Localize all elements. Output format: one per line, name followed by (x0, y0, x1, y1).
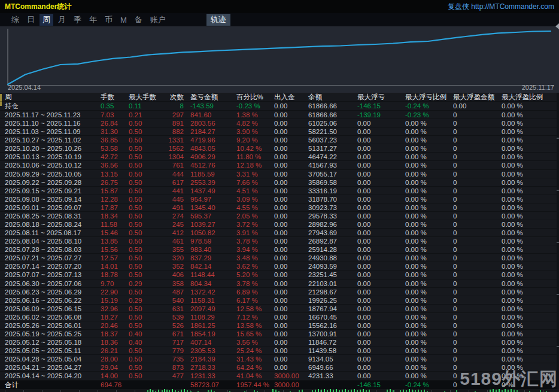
table-row[interactable]: 2025.09.15 ~ 2025.09.2115.870.504411437.… (0, 187, 559, 195)
col-header: 最大浮亏 (357, 93, 404, 101)
menu-item-日[interactable]: 日 (24, 14, 38, 26)
table-row[interactable]: 2025.11.03 ~ 2025.11.0931.300.508822184.… (0, 127, 559, 136)
cell: 25.24 % (236, 347, 273, 355)
cell: 0 (453, 237, 500, 245)
table-row[interactable]: 2025.11.17 ~ 2025.11.237.030.21297841.60… (0, 111, 559, 119)
cell: 27943.69 (308, 229, 356, 237)
cell: 22.90 (101, 288, 127, 296)
table-row[interactable]: 2025.08.04 ~ 2025.08.1013.850.50461978.5… (0, 237, 559, 245)
trail-button[interactable]: 轨迹 (206, 14, 230, 26)
menu-item-月[interactable]: 月 (55, 14, 69, 26)
table-row[interactable]: 2025.07.07 ~ 2025.07.1318.780.504061148.… (0, 271, 559, 279)
cell: 245 (154, 220, 184, 229)
activity-tick (345, 389, 346, 392)
table-row[interactable]: 2025.10.13 ~ 2025.10.1942.720.5013044906… (0, 153, 559, 161)
cell: 0.00 % (502, 229, 555, 237)
menu-item-M[interactable]: M (117, 15, 130, 25)
cell: 0.00 (274, 127, 307, 136)
cell: 2025.09.29 ~ 2025.10.05 (5, 170, 99, 178)
cell: 28982.96 (308, 220, 356, 229)
menu-item-币[interactable]: 币 (102, 14, 116, 26)
menu-item-季[interactable]: 季 (71, 14, 84, 26)
activity-tick (363, 389, 364, 392)
cell: 0.00 (357, 153, 404, 161)
table-row[interactable]: 2025.10.06 ~ 2025.10.1236.560.507614512.… (0, 161, 559, 169)
cell: 15562.16 (308, 321, 356, 330)
cell: 882 (154, 127, 184, 136)
table-row[interactable]: 2025.07.14 ~ 2025.07.2014.010.50352842.1… (0, 262, 559, 271)
table-row[interactable]: 2025.05.05 ~ 2025.05.1126.210.507792305.… (0, 347, 559, 355)
brand-link[interactable]: 复盘侠 http://MTCommander.com (448, 2, 554, 12)
cell: 0.00 (357, 119, 404, 127)
holding-row[interactable]: 持仓0.350.118-143.59-0.23 %0.0061866.66-14… (0, 102, 559, 111)
table-row[interactable]: 2025.09.08 ~ 2025.09.1412.280.50445954.9… (0, 195, 559, 203)
table-row[interactable]: 2025.10.27 ~ 2025.11.0236.850.5013314719… (0, 136, 559, 144)
cell: 1148.44 (190, 271, 235, 279)
table-row[interactable]: 2025.05.19 ~ 2025.05.2518.370.406711854.… (0, 330, 559, 338)
table-row[interactable]: 2025.09.22 ~ 2025.09.2826.750.506172553.… (0, 178, 559, 187)
cell: 22103.01 (308, 279, 356, 288)
cell: 0.00 % (405, 254, 452, 262)
cell: 42.72 (101, 153, 127, 161)
table-row[interactable]: 2025.11.10 ~ 2025.11.1626.840.508912803.… (0, 119, 559, 127)
cell: 16670.45 (308, 313, 356, 321)
table-row[interactable]: 2025.08.25 ~ 2025.08.3118.340.50274595.3… (0, 212, 559, 220)
menu-item-年[interactable]: 年 (86, 14, 100, 26)
table-row[interactable]: 2025.06.02 ~ 2025.06.0818.270.505391108.… (0, 313, 559, 321)
table-row[interactable]: 2025.08.18 ~ 2025.08.2411.580.502451039.… (0, 220, 559, 229)
table-row[interactable]: 2025.07.21 ~ 2025.07.2712.570.50320837.2… (0, 254, 559, 262)
table-row[interactable]: 2025.08.11 ~ 2025.08.1715.460.504121050.… (0, 229, 559, 237)
cell: 0.00 % (405, 363, 452, 372)
cell: 0.00 % (502, 254, 555, 262)
cell: 0.00 (274, 254, 307, 262)
cell: 0.00 % (405, 170, 452, 178)
cell: 0.00 % (405, 355, 452, 363)
cell: 2718.33 (190, 363, 235, 372)
cell: 13.58 % (236, 321, 273, 330)
cell: 355 (154, 245, 184, 254)
table-row[interactable]: 2025.07.28 ~ 2025.08.0315.560.50355983.4… (0, 245, 559, 254)
menu-item-账户[interactable]: 账户 (147, 14, 169, 26)
table-row[interactable]: 2025.09.29 ~ 2025.10.0513.150.504441185.… (0, 170, 559, 178)
table-row[interactable]: 2025.06.23 ~ 2025.06.2922.900.504871372.… (0, 288, 559, 296)
cell: 841.60 (190, 111, 235, 119)
menu-item-周[interactable]: 周 (40, 14, 53, 26)
table-row[interactable]: 2025.04.28 ~ 2025.05.0428.000.507352184.… (0, 355, 559, 363)
cell: 0 (453, 262, 500, 271)
cell: -0.23 % (236, 102, 273, 110)
table-row[interactable]: 2025.09.01 ~ 2025.09.0717.870.504911345.… (0, 203, 559, 212)
cell: 0.00 (274, 305, 307, 313)
cell: 4231.33 (308, 372, 356, 380)
menu-item-综[interactable]: 综 (8, 14, 22, 26)
table-row[interactable]: 2025.06.30 ~ 2025.07.069.700.29358804.34… (0, 279, 559, 288)
cell: -146.15 (357, 102, 404, 110)
cell: 0.00 % (405, 372, 452, 380)
cell: 617 (154, 178, 184, 187)
table-row[interactable]: 2025.10.20 ~ 2025.10.2653.580.5015624843… (0, 144, 559, 153)
cell: 13700.91 (308, 330, 356, 338)
cell: 61025.06 (308, 119, 356, 127)
cell: 0 (453, 305, 500, 313)
table-row[interactable]: 2025.05.26 ~ 2025.06.0120.460.505261861.… (0, 321, 559, 330)
cell: 2025.09.08 ~ 2025.09.14 (5, 195, 99, 203)
cell: 0.00 % (405, 178, 452, 187)
table-row[interactable]: 2025.06.16 ~ 2025.06.2215.190.295401158.… (0, 296, 559, 305)
cell: 36.56 (101, 161, 127, 169)
menu-item-备[interactable]: 备 (132, 14, 145, 26)
cell: 0.00 % (405, 296, 452, 305)
chart-scroll-marker-icon[interactable] (552, 23, 559, 29)
vertical-scrollbar[interactable] (557, 93, 559, 389)
cell: 15.65 % (236, 330, 273, 338)
cell: 873 (154, 363, 184, 372)
cell: 0.00 % (502, 262, 555, 271)
cell: 3.91 % (236, 229, 273, 237)
table-row[interactable]: 2025.05.12 ~ 2025.05.1818.360.40717407.1… (0, 338, 559, 347)
cell: 2025.07.21 ~ 2025.07.27 (5, 254, 99, 262)
cell: 11846.72 (308, 338, 356, 347)
cell: 0.00 (274, 195, 307, 203)
cell: 0 (453, 212, 500, 220)
cell: 0.00 % (405, 203, 452, 212)
cell: 0.00 % (405, 229, 452, 237)
cell: 0.00 % (502, 161, 555, 169)
table-row[interactable]: 2025.06.09 ~ 2025.06.1532.960.506312097.… (0, 305, 559, 313)
